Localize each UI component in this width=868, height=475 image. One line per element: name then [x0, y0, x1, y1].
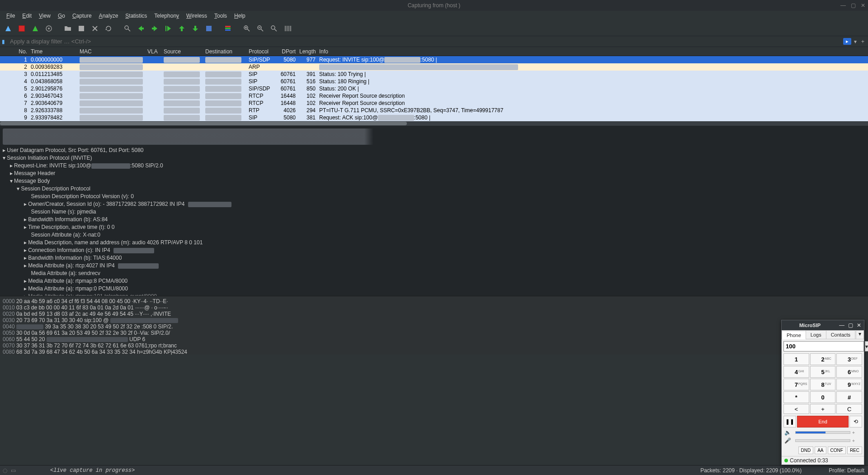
- column-mac[interactable]: MAC: [78, 48, 146, 55]
- microsip-speaker-icon[interactable]: 🔈: [784, 429, 793, 436]
- find-packet-icon[interactable]: [122, 23, 133, 34]
- zoom-in-icon[interactable]: [241, 23, 252, 34]
- display-filter-input[interactable]: [10, 38, 843, 45]
- microsip-end-button[interactable]: End: [797, 416, 849, 428]
- menu-help[interactable]: Help: [231, 12, 249, 20]
- hex-line[interactable]: 0020 0a bd ed 59 13 d8 03 af 2c ac 49 4e…: [3, 311, 865, 317]
- microsip-tab-contacts[interactable]: Contacts: [826, 330, 855, 339]
- hex-line[interactable]: 0040 39 3a 35 30 38 30 20 53 49 50 2f 32…: [3, 323, 865, 330]
- packet-row[interactable]: 52.901295876SIP/SDP60761850Status: 200 O…: [0, 85, 868, 92]
- packet-row[interactable]: 30.011213485SIP60761391Status: 100 Tryin…: [0, 71, 868, 78]
- tree-sdp-pcmu[interactable]: Media Attribute (a): rtpmap:0 PCMU/8000: [28, 285, 128, 292]
- column-time[interactable]: Time: [29, 48, 78, 55]
- dialpad-key-1[interactable]: 1: [783, 353, 809, 365]
- dialpad-key-9[interactable]: 9WXYZ: [836, 379, 862, 390]
- go-first-icon[interactable]: [176, 23, 187, 34]
- window-maximize-icon[interactable]: ▢: [850, 2, 856, 9]
- go-last-icon[interactable]: [190, 23, 201, 34]
- tree-request-line[interactable]: Request-Line: INVITE sip:100@: [14, 162, 91, 169]
- dialpad-key-7[interactable]: 7PQRS: [783, 379, 809, 390]
- packet-row[interactable]: 10.000000000SIP/SDP5080977Request: INVIT…: [0, 56, 868, 63]
- hex-line[interactable]: 0030 20 73 69 70 3a 31 30 30 40 sip:100 …: [3, 317, 865, 323]
- dialpad-key-*[interactable]: *: [783, 391, 809, 403]
- open-file-icon[interactable]: [62, 23, 73, 34]
- microsip-number-input[interactable]: [783, 341, 864, 352]
- restart-capture-icon[interactable]: [30, 23, 41, 34]
- expert-info-icon[interactable]: ◌: [3, 467, 7, 474]
- hex-line[interactable]: 0050 30 0d 0a 56 69 61 3a 20 53 49 50 2f…: [3, 330, 865, 336]
- go-forward-icon[interactable]: [149, 23, 160, 34]
- microsip-clear-button[interactable]: C: [836, 404, 862, 414]
- column-protocol[interactable]: Protocol: [247, 48, 274, 55]
- microsip-tab-menu-icon[interactable]: ▾: [856, 330, 864, 339]
- filter-bookmark-icon[interactable]: ▮: [2, 38, 8, 45]
- column-info[interactable]: Info: [317, 48, 868, 55]
- tree-sdp-rtcp[interactable]: Media Attribute (a): rtcp:4027 IN IP4: [28, 262, 114, 269]
- tree-udp[interactable]: User Datagram Protocol, Src Port: 60761,…: [7, 147, 143, 153]
- packet-bytes-pane[interactable]: 0000 20 aa 4b 59 a6 c0 34 cf f6 f3 54 44…: [0, 296, 868, 355]
- tree-message-header[interactable]: Message Header: [14, 170, 55, 176]
- menu-capture[interactable]: Capture: [69, 12, 95, 20]
- microsip-close-icon[interactable]: ✕: [857, 322, 861, 328]
- microsip-minimize-icon[interactable]: —: [839, 322, 844, 328]
- hex-line[interactable]: 0010 03 c3 de bb 00 00 40 11 6f 83 0a 01…: [3, 304, 865, 311]
- menu-analyze[interactable]: Analyze: [95, 12, 122, 20]
- stop-capture-icon[interactable]: [16, 23, 27, 34]
- resize-columns-icon[interactable]: [282, 23, 293, 34]
- tree-sdp-te[interactable]: Media Attribute (a): rtpmap:101 telephon…: [28, 293, 157, 296]
- microsip-tab-phone[interactable]: Phone: [782, 331, 806, 339]
- packet-row[interactable]: 40.043868058SIP60761516Status: 180 Ringi…: [0, 78, 868, 85]
- microsip-backspace-button[interactable]: <: [783, 404, 809, 414]
- menu-view[interactable]: View: [35, 12, 54, 20]
- close-file-icon[interactable]: [90, 23, 100, 34]
- filter-apply-button[interactable]: ▸: [843, 38, 851, 45]
- tree-sdp-s[interactable]: Session Name (s): pjmedia: [31, 209, 96, 215]
- hex-line[interactable]: 0070 30 37 36 31 3b 72 70 6f 72 74 3b 62…: [3, 342, 865, 349]
- dialpad-key-3[interactable]: 3DEF: [836, 353, 862, 365]
- microsip-mic-slider[interactable]: [795, 439, 850, 442]
- dialpad-key-5[interactable]: 5JKL: [810, 366, 836, 378]
- packet-list-header[interactable]: No. Time MAC VLA Source Destination Prot…: [0, 47, 868, 56]
- packet-row[interactable]: 92.933978482SIP5080381Request: ACK sip:1…: [0, 114, 868, 121]
- microsip-maximize-icon[interactable]: ▢: [848, 322, 853, 328]
- column-source[interactable]: Source: [162, 48, 203, 55]
- menu-wireless[interactable]: Wireless: [183, 12, 211, 20]
- column-length[interactable]: Length: [297, 48, 317, 55]
- window-close-icon[interactable]: ✕: [860, 2, 866, 9]
- microsip-speaker-slider[interactable]: [795, 431, 850, 434]
- microsip-mic-plus-icon[interactable]: +: [852, 438, 861, 443]
- tree-sdp-xnat[interactable]: Session Attribute (a): X-nat:0: [31, 232, 100, 238]
- microsip-number-dropdown-icon[interactable]: ▾: [865, 341, 868, 352]
- dialpad-key-4[interactable]: 4GHI: [783, 366, 809, 378]
- microsip-aa-button[interactable]: AA: [815, 446, 826, 454]
- dialpad-key-#[interactable]: #: [836, 391, 862, 403]
- tree-sdp-v[interactable]: Session Description Protocol Version (v)…: [31, 193, 133, 200]
- packet-row[interactable]: 20.009369283ARP: [0, 63, 868, 71]
- dialpad-key-2[interactable]: 2ABC: [810, 353, 836, 365]
- tree-message-body[interactable]: Message Body: [14, 178, 50, 184]
- menu-statistics[interactable]: Statistics: [122, 12, 151, 20]
- tree-sdp-b2[interactable]: Bandwidth Information (b): TIAS:64000: [28, 255, 122, 261]
- reload-icon[interactable]: [103, 23, 114, 34]
- go-to-packet-icon[interactable]: [163, 23, 174, 34]
- window-minimize-icon[interactable]: —: [840, 2, 846, 9]
- packet-row[interactable]: 72.903640679RTCP16448102Receiver Report …: [0, 100, 868, 107]
- hex-line[interactable]: 0060 55 44 50 20 UDP 6: [3, 336, 865, 342]
- microsip-conf-button[interactable]: CONF: [828, 446, 846, 454]
- tree-sdp-sendrecv[interactable]: Media Attribute (a): sendrecv: [31, 270, 100, 276]
- menu-edit[interactable]: Edit: [19, 12, 35, 20]
- capture-options-icon[interactable]: [43, 23, 54, 34]
- microsip-transfer-button[interactable]: ⟲: [849, 416, 862, 428]
- column-no[interactable]: No.: [0, 48, 29, 55]
- tree-sdp-c[interactable]: Connection Information (c): IN IP4: [28, 247, 110, 253]
- tree-sip[interactable]: Session Initiation Protocol (INVITE): [7, 155, 92, 161]
- microsip-pause-button[interactable]: ❚❚: [783, 416, 796, 428]
- dialpad-key-8[interactable]: 8TUV: [810, 379, 836, 390]
- hex-line[interactable]: 0000 20 aa 4b 59 a6 c0 34 cf f6 f3 54 44…: [3, 298, 865, 304]
- hex-line[interactable]: 0080 68 3d 7a 39 68 47 34 62 4b 50 6a 34…: [3, 349, 865, 355]
- microsip-mic-icon[interactable]: 🎤: [784, 437, 793, 444]
- start-capture-icon[interactable]: [3, 23, 14, 34]
- tree-sdp[interactable]: Session Description Protocol: [21, 185, 90, 192]
- dialpad-key-0[interactable]: 0: [810, 391, 836, 403]
- tree-sdp-pcma[interactable]: Media Attribute (a): rtpmap:8 PCMA/8000: [28, 278, 127, 284]
